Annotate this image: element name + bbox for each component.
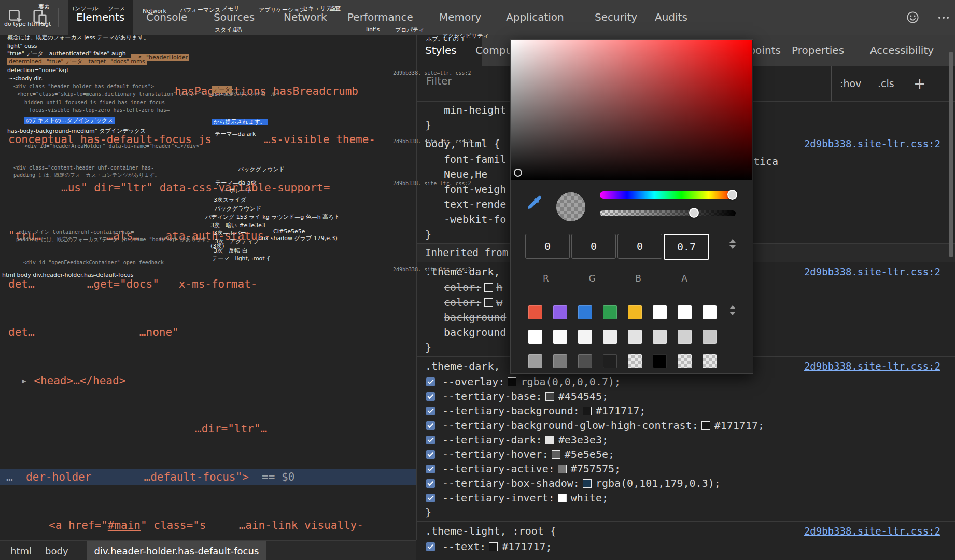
palette-swatch[interactable] — [703, 330, 717, 344]
property-checkbox[interactable] — [426, 377, 435, 386]
breadcrumb-item-body[interactable]: body — [42, 545, 72, 556]
css-property-row[interactable]: --tertiary-base: #454545; — [417, 389, 955, 403]
property-checkbox[interactable] — [426, 450, 435, 459]
saturation-lightness-area[interactable] — [511, 40, 752, 180]
property-checkbox[interactable] — [426, 436, 435, 444]
alpha-value-input[interactable] — [664, 234, 709, 260]
eyedropper-icon[interactable] — [525, 194, 545, 214]
device-toolbar-icon[interactable] — [31, 8, 49, 26]
dom-tree-line[interactable]: hasPageActions hasBreadcrumb — [0, 83, 416, 100]
alpha-slider-knob[interactable] — [689, 208, 699, 218]
dom-tree-line[interactable]: "tru… …als… …ata-auth-status- — [0, 228, 416, 244]
css-property-row[interactable]: --tertiary-hover: #5e5e5e; — [417, 447, 955, 461]
dom-tree-line[interactable]: …dir="ltr"… — [0, 421, 416, 437]
property-checkbox[interactable] — [426, 421, 435, 430]
color-swatch[interactable] — [558, 465, 567, 473]
property-checkbox[interactable] — [426, 479, 435, 488]
dom-tree-line[interactable]: det… …get="docs" x-ms-format- — [0, 276, 416, 292]
breadcrumb-item-selected[interactable]: div.header-holder.has-default-focus — [87, 541, 266, 560]
dom-tree-line[interactable]: conceptual has-default-focus js …s-visib… — [0, 132, 416, 148]
palette-swatch[interactable] — [553, 354, 567, 368]
color-format-stepper[interactable] — [728, 239, 737, 249]
feedback-smiley-icon[interactable] — [906, 10, 920, 24]
property-checkbox[interactable] — [426, 392, 435, 401]
dom-tree-line[interactable]: ▸ <head>…</head> — [0, 373, 416, 389]
palette-swatch[interactable] — [603, 354, 617, 368]
dom-tree-line-selected[interactable]: … der-holder …default-focus"> == $0 — [0, 469, 416, 485]
palette-swatch[interactable] — [528, 330, 542, 344]
inspect-element-icon[interactable] — [7, 8, 25, 26]
palette-swatch[interactable] — [678, 354, 692, 368]
color-swatch[interactable] — [484, 298, 493, 307]
palette-swatch[interactable] — [578, 305, 592, 319]
alpha-slider[interactable] — [600, 210, 736, 216]
red-value-input[interactable] — [525, 234, 570, 259]
palette-swatch[interactable] — [703, 305, 717, 319]
dom-tree-line[interactable]: det… …none" — [0, 325, 416, 341]
tab-application[interactable]: Application — [506, 0, 564, 35]
palette-swatch[interactable] — [653, 354, 667, 368]
tab-network[interactable]: Network — [284, 0, 327, 35]
tab-audits[interactable]: Audits — [655, 0, 687, 35]
css-property-row[interactable]: --tertiary-box-shadow: rgba(0,101,179,0.… — [417, 476, 955, 491]
palette-swatch[interactable] — [528, 354, 542, 368]
new-style-rule-button[interactable]: + — [905, 66, 939, 101]
palette-swatch[interactable] — [628, 354, 642, 368]
new-class-button[interactable]: .cls — [869, 66, 906, 101]
property-checkbox[interactable] — [426, 407, 435, 415]
color-swatch[interactable] — [558, 494, 567, 502]
tab-accessibility[interactable]: Accessibility — [870, 35, 934, 66]
palette-swatch[interactable] — [628, 305, 642, 319]
palette-swatch[interactable] — [653, 305, 667, 319]
property-checkbox[interactable] — [426, 494, 435, 502]
palette-swatch[interactable] — [603, 305, 617, 319]
palette-swatch[interactable] — [553, 305, 567, 319]
palette-stepper[interactable] — [728, 305, 737, 315]
stylesheet-link[interactable]: 2d9bb338.site-ltr.css:2 — [804, 525, 940, 537]
tab-elements[interactable]: Elements — [76, 0, 124, 35]
css-property-row[interactable]: --tertiary-active: #757575; — [417, 461, 955, 476]
stylesheet-link[interactable]: 2d9bb338.site-ltr.css:2 — [804, 266, 940, 277]
tab-security[interactable]: Security — [595, 0, 637, 35]
palette-swatch[interactable] — [578, 330, 592, 344]
css-property-row[interactable]: --overlay: rgba(0,0,0,0.7); — [417, 374, 955, 389]
toggle-element-state-button[interactable]: :hov — [831, 66, 870, 101]
tab-styles[interactable]: Styles — [425, 35, 457, 66]
css-property-row[interactable]: --tertiary-background-glow-high-contrast… — [417, 418, 955, 432]
color-swatch[interactable] — [484, 283, 493, 292]
color-swatch[interactable] — [701, 421, 710, 430]
hue-slider[interactable] — [600, 191, 736, 199]
tab-console[interactable]: Console — [146, 0, 187, 35]
blue-value-input[interactable] — [617, 234, 662, 259]
palette-swatch[interactable] — [678, 305, 692, 319]
css-property-row[interactable]: --tertiary-background: #171717; — [417, 403, 955, 418]
styles-scrollbar-thumb[interactable] — [949, 52, 953, 257]
css-property-row[interactable]: --tertiary-dark: #e3e3e3; — [417, 432, 955, 447]
palette-swatch[interactable] — [578, 354, 592, 368]
dom-tree-line[interactable]: …us" dir="ltr" data-css-variable-support… — [0, 180, 416, 196]
palette-swatch[interactable] — [678, 330, 692, 344]
current-color-preview[interactable] — [556, 192, 585, 221]
property-checkbox[interactable] — [426, 542, 435, 551]
stylesheet-link[interactable]: 2d9bb338.site-ltr.css:2 — [804, 138, 940, 149]
breadcrumb-item-html[interactable]: html — [7, 545, 35, 556]
css-property-row[interactable]: --text: #171717; — [417, 539, 955, 554]
tab-performance[interactable]: Performance — [347, 0, 413, 35]
more-options-icon[interactable] — [938, 11, 949, 24]
color-swatch[interactable] — [552, 450, 560, 459]
tab-sources[interactable]: Sources — [214, 0, 255, 35]
color-swatch[interactable] — [583, 479, 592, 488]
color-swatch[interactable] — [508, 377, 516, 386]
color-swatch[interactable] — [489, 542, 498, 551]
tab-memory[interactable]: Memory — [439, 0, 481, 35]
palette-swatch[interactable] — [528, 305, 542, 319]
stylesheet-link[interactable]: 2d9bb338.site-ltr.css:2 — [804, 360, 940, 372]
dom-tree-line[interactable]: <a href="#main" class="s …ain-link visua… — [0, 517, 416, 534]
color-swatch[interactable] — [545, 392, 554, 401]
color-position-indicator[interactable] — [514, 169, 522, 177]
palette-swatch[interactable] — [628, 330, 642, 344]
hue-slider-knob[interactable] — [727, 190, 737, 200]
color-swatch[interactable] — [583, 407, 592, 415]
color-swatch[interactable] — [545, 436, 554, 444]
css-property-row[interactable]: --tertiary-invert: white; — [417, 491, 955, 505]
